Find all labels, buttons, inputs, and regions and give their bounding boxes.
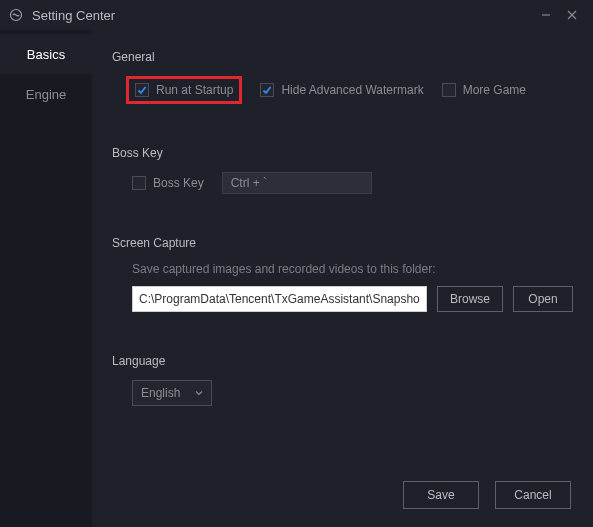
section-general-title: General — [112, 50, 573, 64]
checkbox-more-game[interactable] — [442, 83, 456, 97]
checkbox-run-at-startup[interactable] — [135, 83, 149, 97]
highlight-run-at-startup: Run at Startup — [126, 76, 242, 104]
window-title: Setting Center — [32, 8, 115, 23]
open-button[interactable]: Open — [513, 286, 573, 312]
section-language-title: Language — [112, 354, 573, 368]
sidebar: Basics Engine — [0, 30, 92, 527]
save-button[interactable]: Save — [403, 481, 479, 509]
input-boss-key-shortcut[interactable] — [222, 172, 372, 194]
footer-buttons: Save Cancel — [403, 481, 571, 509]
tab-engine[interactable]: Engine — [0, 74, 92, 114]
section-bosskey-title: Boss Key — [112, 146, 573, 160]
content-panel: General Run at Startup Hide Advanced Wat… — [92, 30, 593, 527]
input-capture-path[interactable] — [132, 286, 427, 312]
section-screencapture-title: Screen Capture — [112, 236, 573, 250]
screencapture-help: Save captured images and recorded videos… — [112, 262, 573, 276]
app-icon — [8, 7, 24, 23]
titlebar: Setting Center — [0, 0, 593, 30]
chevron-down-icon — [195, 386, 203, 400]
language-select[interactable]: English — [132, 380, 212, 406]
browse-button[interactable]: Browse — [437, 286, 503, 312]
checkbox-hide-watermark[interactable] — [260, 83, 274, 97]
close-button[interactable] — [559, 2, 585, 28]
tab-basics[interactable]: Basics — [0, 34, 92, 74]
checkbox-boss-key[interactable] — [132, 176, 146, 190]
label-hide-watermark: Hide Advanced Watermark — [281, 83, 423, 97]
cancel-button[interactable]: Cancel — [495, 481, 571, 509]
minimize-button[interactable] — [533, 2, 559, 28]
label-boss-key: Boss Key — [153, 176, 204, 190]
label-more-game: More Game — [463, 83, 526, 97]
language-select-value: English — [141, 386, 180, 400]
label-run-at-startup: Run at Startup — [156, 83, 233, 97]
